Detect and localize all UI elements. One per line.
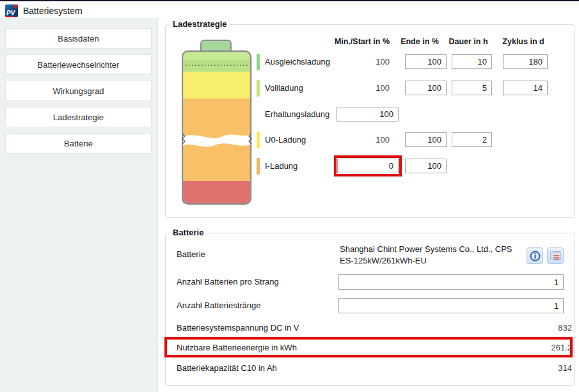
anzahl-batterien-input[interactable] xyxy=(338,274,564,290)
datasheet-table-button[interactable] xyxy=(547,247,564,264)
marker-vollladung xyxy=(257,80,260,97)
sidebar-item-basisdaten[interactable]: Basisdaten xyxy=(5,28,152,49)
nutzbare-energie-label: Nutzbare Batterieenergie in kWh xyxy=(177,343,297,353)
sidebar-item-ladestrategie[interactable]: Ladestrategie xyxy=(5,107,152,127)
anzahl-batteriestraenge-input[interactable] xyxy=(338,298,564,313)
dauer-input-vollladung[interactable] xyxy=(452,81,492,95)
marker-u0-ladung xyxy=(257,132,260,148)
kapazitaet-value: 314 xyxy=(422,363,572,373)
ende-input-i-ladung[interactable] xyxy=(405,159,447,173)
info-button[interactable] xyxy=(527,247,543,264)
sidebar-item-batterie[interactable]: Batterie xyxy=(5,133,152,153)
row-label-erhaltungsladung: Erhaltungsladung xyxy=(265,109,329,120)
nutzbare-energie-value: 261.2 xyxy=(422,343,572,353)
ladestrategie-panel-title: Ladestrategie xyxy=(170,19,230,29)
sidebar-item-wirkungsgrad[interactable]: Wirkungsgrad xyxy=(5,81,152,101)
min-start-u0-ladung: 100 xyxy=(294,135,390,145)
min-input-erhaltungsladung[interactable] xyxy=(337,107,399,122)
min-start-vollladung: 100 xyxy=(294,83,390,93)
zyklus-input-vollladung[interactable] xyxy=(503,81,548,95)
min-input-i-ladung[interactable] xyxy=(337,159,399,173)
marker-ausgleichsladung xyxy=(257,54,260,70)
min-start-ausgleichsladung: 100 xyxy=(294,57,390,67)
ende-input-vollladung[interactable] xyxy=(405,81,447,95)
dauer-input-u0-ladung[interactable] xyxy=(452,132,492,147)
ende-input-ausgleichsladung[interactable] xyxy=(405,54,447,69)
column-header-zyklus: Zyklus in d xyxy=(488,37,559,46)
kapazitaet-label: Batteriekapazität C10 in Ah xyxy=(177,363,277,373)
anzahl-batteriestraenge-label: Anzahl Batteriestränge xyxy=(177,301,261,311)
systemspannung-label: Batteriesystemspannung DC in V xyxy=(177,323,299,333)
sidebar-separator xyxy=(157,18,158,392)
ladestrategie-panel: Ladestrategie Min./Start in % Ende in % … xyxy=(165,24,575,218)
anzahl-batterien-label: Anzahl Batterien pro Strang xyxy=(177,277,279,287)
row-label-i-ladung: I-Ladung xyxy=(265,161,297,171)
battery-model-value: Shanghai Chint Power Systems Co., Ltd., … xyxy=(340,244,519,267)
dauer-input-ausgleichsladung[interactable] xyxy=(452,54,492,69)
zyklus-input-ausgleichsladung[interactable] xyxy=(503,54,548,69)
column-header-min-start: Min./Start in % xyxy=(294,37,390,46)
info-icon xyxy=(530,251,541,262)
table-icon xyxy=(550,251,560,260)
systemspannung-value: 832 xyxy=(422,323,572,333)
battery-model-label: Batterie xyxy=(177,249,205,260)
titlebar: PV Batteriesystem xyxy=(0,1,579,18)
batterie-panel-title: Batterie xyxy=(170,228,207,237)
window-title: Batteriesystem xyxy=(23,6,83,16)
pvsol-logo-icon: PV xyxy=(5,4,18,17)
batterie-panel: Batterie Batterie Shanghai Chint Power S… xyxy=(165,233,575,386)
sidebar-item-batteriewechselrichter[interactable]: Batteriewechselrichter xyxy=(5,54,152,75)
battery-charge-levels-illustration xyxy=(182,38,252,208)
marker-i-ladung xyxy=(257,158,260,175)
ende-input-u0-ladung[interactable] xyxy=(405,132,447,147)
